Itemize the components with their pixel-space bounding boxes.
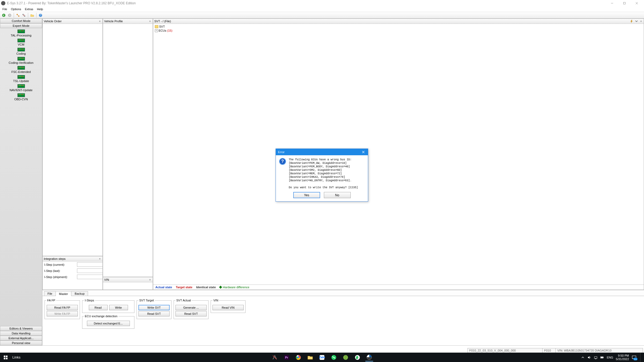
menu-help[interactable]: Help [35,7,45,11]
chevron-down-icon[interactable] [635,19,638,23]
dialog-message: The following ECUs have a wrong bus ID: … [289,158,365,189]
nav-vcm[interactable]: VCM [0,38,42,47]
istep-shipment-input[interactable] [77,275,103,279]
menu-options[interactable]: Options [9,7,23,11]
tray-clock[interactable]: 9:50 PM 5/31/2022 [616,354,629,361]
panel-body[interactable] [103,282,153,290]
isteps-write-button[interactable]: Write [109,305,128,310]
tree-child-count: (15) [167,29,173,32]
forward-button[interactable] [7,13,12,18]
taskbar-links[interactable]: Links [12,355,20,359]
close-icon[interactable]: × [148,278,152,281]
read-svt-target-button[interactable]: Read SVT [138,311,170,316]
legend-hardware: Hardware difference [219,286,249,289]
taskbar-app-esys[interactable] [365,353,373,361]
taskbar-app-coccoc[interactable] [342,353,350,361]
write-svt-button[interactable]: Write SVT [138,305,170,310]
svg-rect-17 [6,356,8,357]
help-button[interactable]: ? [38,13,43,18]
tray-network-icon[interactable] [594,356,598,359]
svg-text:Pr: Pr [285,356,288,359]
tab-backup[interactable]: Backup [71,291,88,296]
start-button[interactable] [3,354,9,360]
nav-coding[interactable]: Coding [0,47,42,56]
tab-master[interactable]: Master [56,291,72,296]
sidebar-section-personal[interactable]: Personal view [0,341,42,345]
istep-current-input[interactable] [77,262,103,267]
menu-file[interactable]: File [1,7,9,11]
back-button[interactable] [1,13,6,18]
nav-label: VCM [18,43,24,46]
taskbar-left: Links [0,354,20,360]
nav-tsl-update[interactable]: TSL-Update [0,75,42,84]
read-fa-fp-button[interactable]: Read FA FP [47,305,78,310]
isteps-read-button[interactable]: Read [89,305,108,310]
sidebar: Comfort Mode Expert Mode TAL-Processing … [0,19,42,345]
connect-button[interactable] [15,13,21,18]
column-svt: SVT - / (File) × SVT [153,19,644,290]
panel-body[interactable]: SVT + ECUs (15) [153,24,644,285]
taskbar-app-whatsapp[interactable] [330,353,338,361]
tray-volume-icon[interactable] [587,356,591,359]
expand-icon[interactable]: + [155,29,158,32]
show-desktop[interactable] [640,353,642,362]
dialog-close-button[interactable] [361,150,366,154]
sidebar-section-external[interactable]: External Applicati... [0,336,42,341]
close-icon[interactable]: × [98,257,101,260]
nav-label: FSC-Extended [11,70,31,73]
nav-fsc-extended[interactable]: FSC-Extended [0,65,42,75]
taskbar-app-chrome[interactable] [294,353,302,361]
maximize-button[interactable] [618,0,631,6]
minimize-button[interactable] [606,0,618,6]
taskbar-app-zalo[interactable]: Zalo [318,353,326,361]
dialog-titlebar[interactable]: Error [276,149,368,155]
nav-coding-verification[interactable]: Coding-Verification [0,56,42,65]
svg-rect-6 [17,14,18,15]
disconnect-button[interactable] [21,13,27,18]
taskbar-app-explorer[interactable] [306,353,314,361]
read-vin-button[interactable]: Read VIN [213,305,244,310]
nav-obd-cvn[interactable]: OBD-CVN [0,93,42,102]
close-icon[interactable]: × [639,20,643,23]
sidebar-section-comfort[interactable]: Comfort Mode [0,19,42,23]
tab-file[interactable]: File [44,291,56,296]
tray-notifications[interactable]: 11 [632,355,636,360]
toolbar: ? [0,12,644,19]
tree-child[interactable]: + ECUs (15) [155,29,642,33]
tray-battery-icon[interactable] [600,356,604,359]
panel-header: SVT - / (File) × [153,19,644,24]
sidebar-section-expert[interactable]: Expert Mode [0,23,42,28]
panel-body[interactable] [103,24,153,277]
svt-tree: SVT + ECUs (15) [153,24,644,34]
taskbar-app-evernote[interactable] [353,353,361,361]
detect-exchanged-button[interactable]: Detect exchanged E... [87,321,130,326]
close-icon[interactable]: × [148,20,152,23]
generate-svt-button[interactable]: Generate ... [175,305,207,310]
sidebar-section-data[interactable]: Data Handling [0,331,42,336]
istep-last-input[interactable] [77,268,103,273]
nav-nav-ent-update[interactable]: NAV/ENT-Update [0,84,42,93]
panel-body[interactable] [43,24,103,256]
dialog-yes-button[interactable]: Yes [293,192,320,198]
menu-extras[interactable]: Extras [23,7,35,11]
read-svt-actual-button[interactable]: Read SVT [175,311,207,316]
tree-root[interactable]: SVT [155,25,642,29]
nav-label: TAL-Processing [11,34,31,37]
sidebar-section-editors[interactable]: Editors & Viewers [0,326,42,331]
tray-time: 9:50 PM [616,354,629,357]
panel-title: Vehicle Profile [104,20,123,23]
taskbar-app-1[interactable] [271,353,279,361]
dialog-no-button[interactable]: No [324,192,351,198]
write-fa-fp-button[interactable]: Write FA FP [47,311,78,316]
dialog-buttons: Yes No [276,190,368,201]
tray-chevron-up-icon[interactable] [581,356,585,359]
app-icon [1,1,5,5]
lightning-icon[interactable] [630,19,634,23]
toolbar-separator [14,13,14,18]
open-button[interactable] [30,13,35,18]
taskbar-app-premiere[interactable]: Pr [283,353,291,361]
tray-language[interactable]: ENG [607,356,613,359]
close-icon[interactable]: × [98,20,101,23]
close-button[interactable] [631,0,643,6]
nav-tal-processing[interactable]: TAL-Processing [0,29,42,38]
